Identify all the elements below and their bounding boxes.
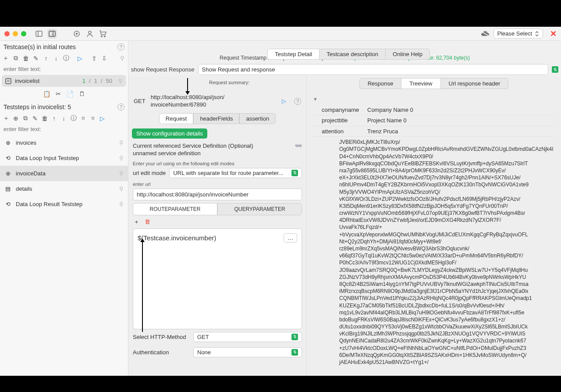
globe-icon: ⊕ xyxy=(4,170,11,177)
auth-select[interactable]: None ⇅ xyxy=(193,347,302,357)
tab-queryparameter[interactable]: QUERYPARAMETER xyxy=(217,203,302,215)
top-select[interactable]: Please Select xyxy=(494,29,543,39)
titlebar: Please Select ✕ xyxy=(0,27,561,41)
up-icon[interactable]: ↑ xyxy=(43,55,49,61)
play-icon[interactable]: ▷ xyxy=(99,115,106,121)
play-icon[interactable]: ▷ xyxy=(282,98,286,104)
globe-icon: ⊕ xyxy=(4,139,11,146)
step-dataloop-input[interactable]: ⟲ Data Loop Input Teststep ⚲ xyxy=(0,150,128,166)
svg-point-7 xyxy=(101,36,103,37)
show-req-select[interactable]: Show Request and response xyxy=(198,64,548,75)
down-icon[interactable]: ↓ xyxy=(60,115,67,121)
person-icon: ⚲ xyxy=(119,201,124,207)
step-invoices[interactable]: ⊕ invoices ⚲ xyxy=(0,135,128,150)
http-method-select[interactable]: GET ⇅ xyxy=(193,332,302,342)
up-icon[interactable]: ↑ xyxy=(51,115,57,121)
auth-label: Authentication xyxy=(133,349,190,356)
tab-routeparameter[interactable]: ROUTEPARAMETER xyxy=(133,203,217,215)
export-icon[interactable]: ⇪ xyxy=(91,55,97,61)
subtab-request[interactable]: Request xyxy=(159,113,193,124)
service-def-label: 👓 Current referenced Service Definition … xyxy=(128,141,306,158)
trash-icon[interactable]: 🗑 xyxy=(23,55,29,61)
testcases-heading: Testcase(s) in initial routes xyxy=(4,43,76,50)
tab-treeview[interactable]: Treeview xyxy=(401,78,440,89)
tree-row[interactable]: projecttitle Project Name 0 xyxy=(313,115,555,126)
disclosure-icon[interactable]: ▼ xyxy=(313,96,318,102)
center-tabs: Teststep Detail Testcase description Onl… xyxy=(267,49,430,60)
svg-point-5 xyxy=(76,33,78,34)
cut-icon[interactable]: ✂ xyxy=(56,90,61,97)
edit-icon[interactable]: ✎ xyxy=(32,115,38,121)
step-dataloop-result[interactable]: ⟲ Data Loop Result Teststep ⚲ xyxy=(0,196,128,212)
loop-icon: ⟲ xyxy=(4,201,11,207)
down-icon[interactable]: ↓ xyxy=(53,55,59,61)
close-x-icon[interactable]: ✕ xyxy=(550,29,557,39)
person-icon: ⚲ xyxy=(119,155,124,161)
svg-rect-10 xyxy=(6,78,11,84)
tab-url-response-header[interactable]: Url response header xyxy=(441,78,509,89)
testcase-name: invoicelist xyxy=(15,78,79,84)
window-minimize[interactable] xyxy=(13,31,18,36)
sync-icon[interactable] xyxy=(72,29,82,39)
help-icon[interactable]: ? xyxy=(117,43,124,50)
left-panel: Testcase(s) in initial routes ? ＋ ⧉ 🗑 ✎ … xyxy=(0,41,128,392)
http-method-label: Select HTTP-Method xyxy=(133,334,190,340)
tree-row[interactable]: companyname Company Name 0 xyxy=(313,105,555,116)
copy-icon[interactable]: ⧉ xyxy=(22,115,28,121)
tab-online-help[interactable]: Online Help xyxy=(386,49,430,60)
window-close[interactable] xyxy=(4,31,10,36)
show-config-button[interactable]: Show configuration details xyxy=(132,128,207,139)
step-details[interactable]: ▤ details ⚲ xyxy=(0,181,128,196)
info-icon[interactable]: ⓘ xyxy=(63,55,69,61)
globe-icon[interactable]: ⊕ xyxy=(12,115,19,121)
tab-response[interactable]: Response xyxy=(359,78,402,89)
tab-testcase-description[interactable]: Testcase description xyxy=(320,49,386,60)
tree-row[interactable]: attention Trenz Pruca xyxy=(313,126,555,137)
testcase-row[interactable]: invoicelist 1 / 1 / 50 ⚲ xyxy=(2,75,126,87)
help-icon[interactable]: ? xyxy=(117,103,124,110)
person-icon[interactable]: ⚲ xyxy=(119,55,125,61)
base64-block: JVBERi0xLjMKJcTl8uXrp/ Og0MTGCjMgMCBvYmo… xyxy=(313,137,555,366)
url-input[interactable]: http://localhost:8080/api/json/invoiceNu… xyxy=(133,189,302,200)
add-icon[interactable]: ＋ xyxy=(3,55,9,61)
add-icon[interactable]: ＋ xyxy=(3,115,9,121)
subtab-assertion[interactable]: assertion xyxy=(239,113,276,124)
tab-teststep-detail[interactable]: Teststep Detail xyxy=(267,49,320,60)
clipboard-paste-icon[interactable]: 📄 xyxy=(66,90,74,97)
filter-input-2[interactable] xyxy=(0,123,128,135)
add-icon[interactable]: ＋ xyxy=(134,218,139,226)
binoculars-icon[interactable]: 👓 xyxy=(295,142,302,150)
filter-input-1[interactable] xyxy=(0,63,128,75)
svg-rect-0 xyxy=(36,31,42,36)
request-panel: Request summary: GET http://localhost:80… xyxy=(128,76,307,392)
window-zoom[interactable] xyxy=(21,31,26,36)
stack-icon: ▤ xyxy=(4,185,11,192)
info-icon[interactable]: ⓘ xyxy=(70,115,77,121)
clipboard-icon[interactable]: 🗒 xyxy=(79,90,85,97)
sidebar-right-icon[interactable] xyxy=(47,29,57,39)
testcase-passed: 1 xyxy=(82,78,85,84)
user-icon[interactable] xyxy=(85,29,95,39)
edit-icon[interactable]: ✎ xyxy=(33,55,39,61)
cloud-off-icon[interactable] xyxy=(480,29,490,39)
trash-icon[interactable]: 🗑 xyxy=(145,218,150,225)
tag-icon[interactable]: ⌗ xyxy=(80,115,86,121)
import-icon[interactable]: ⇩ xyxy=(101,55,107,61)
clipboard-copy-icon[interactable]: 📋 xyxy=(43,90,50,97)
ellipsis-button[interactable]: … xyxy=(284,233,297,242)
help-icon[interactable]: ? xyxy=(294,98,301,105)
route-param-value[interactable]: $(Testcase.invoicenumber) xyxy=(138,234,216,242)
url-edit-mode-select[interactable]: URL with separate list for route paramet… xyxy=(169,168,302,178)
step-invoicedata[interactable]: ⊕ invoiceData ⚲ xyxy=(0,166,128,181)
copy-icon[interactable]: ⧉ xyxy=(13,55,19,61)
subtab-headerfields[interactable]: headerFields xyxy=(193,113,239,124)
play-icon[interactable]: ▷ xyxy=(77,55,83,61)
trash-icon[interactable]: 🗑 xyxy=(41,115,48,121)
sidebar-left-icon[interactable] xyxy=(34,29,44,39)
select-chevron-icon[interactable]: ⇅ xyxy=(552,66,558,73)
teststeps-heading: Teststeps in invoicelist: 5 xyxy=(4,103,71,110)
cart-icon[interactable] xyxy=(98,29,108,39)
tag2-icon[interactable]: ⌗ xyxy=(89,115,96,121)
url-edit-mode-label: url edit mode xyxy=(133,170,166,176)
top-select-label: Please Select xyxy=(497,30,533,37)
